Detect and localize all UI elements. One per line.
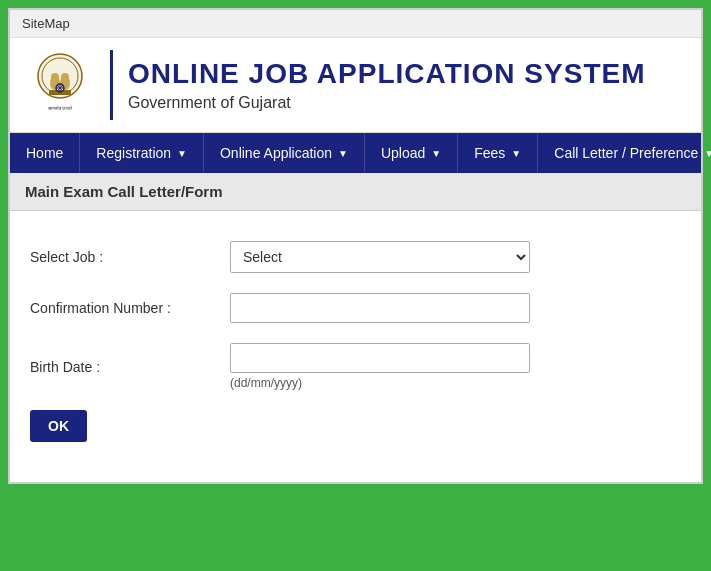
select-job-input-wrapper: Select (230, 241, 530, 273)
ok-button[interactable]: OK (30, 410, 87, 442)
confirmation-number-label: Confirmation Number : (30, 300, 230, 316)
nav-item-registration[interactable]: Registration ▼ (80, 133, 204, 173)
birth-date-row: Birth Date : (dd/mm/yyyy) (30, 343, 681, 390)
ok-row: OK (30, 410, 681, 442)
app-title: ONLINE JOB APPLICATION SYSTEM (128, 58, 645, 90)
date-field-wrapper: (dd/mm/yyyy) (230, 343, 530, 390)
select-job-label: Select Job : (30, 249, 230, 265)
logo-area: सत्यमेव जयते (25, 48, 95, 122)
chevron-down-icon: ▼ (704, 148, 711, 159)
page-title-bar: Main Exam Call Letter/Form (10, 173, 701, 211)
nav-item-home[interactable]: Home (10, 133, 80, 173)
svg-point-5 (51, 73, 59, 81)
select-job-row: Select Job : Select (30, 241, 681, 273)
header-text: ONLINE JOB APPLICATION SYSTEM Government… (128, 58, 645, 112)
government-emblem-icon: सत्यमेव जयते (25, 48, 95, 118)
header-divider (110, 50, 113, 120)
nav-item-call-letter[interactable]: Call Letter / Preference ▼ (538, 133, 711, 173)
birth-date-field[interactable] (230, 343, 530, 373)
date-format-hint: (dd/mm/yyyy) (230, 376, 530, 390)
chevron-down-icon: ▼ (338, 148, 348, 159)
svg-text:सत्यमेव जयते: सत्यमेव जयते (47, 105, 72, 111)
header-section: सत्यमेव जयते ONLINE JOB APPLICATION SYST… (10, 38, 701, 133)
outer-container: SiteMap (0, 0, 711, 571)
page-title: Main Exam Call Letter/Form (25, 183, 223, 200)
main-box: SiteMap (8, 8, 703, 484)
sitemap-bar: SiteMap (10, 10, 701, 38)
birth-date-label: Birth Date : (30, 359, 230, 375)
nav-item-online-application[interactable]: Online Application ▼ (204, 133, 365, 173)
select-job-dropdown[interactable]: Select (230, 241, 530, 273)
birth-date-input-wrapper: (dd/mm/yyyy) (230, 343, 530, 390)
form-section: Select Job : Select Confirmation Number … (10, 211, 701, 482)
chevron-down-icon: ▼ (511, 148, 521, 159)
nav-bar: Home Registration ▼ Online Application ▼… (10, 133, 701, 173)
confirmation-number-field[interactable] (230, 293, 530, 323)
app-subtitle: Government of Gujarat (128, 94, 645, 112)
confirmation-number-row: Confirmation Number : (30, 293, 681, 323)
chevron-down-icon: ▼ (177, 148, 187, 159)
sitemap-link[interactable]: SiteMap (22, 16, 70, 31)
confirmation-number-input-wrapper (230, 293, 530, 323)
nav-item-upload[interactable]: Upload ▼ (365, 133, 458, 173)
nav-item-fees[interactable]: Fees ▼ (458, 133, 538, 173)
svg-point-6 (61, 73, 69, 81)
chevron-down-icon: ▼ (431, 148, 441, 159)
